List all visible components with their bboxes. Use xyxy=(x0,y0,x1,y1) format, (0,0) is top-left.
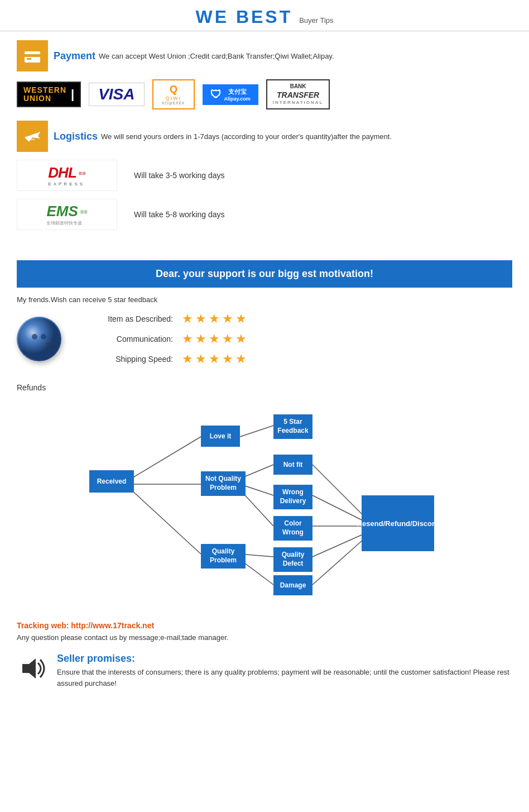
star: ★ xyxy=(182,352,193,366)
feedback-row-1: Item as Described: ★ ★ ★ ★ ★ xyxy=(84,312,247,326)
svg-rect-1 xyxy=(25,54,40,57)
node-resend: Resend/Refund/Discont xyxy=(362,495,434,551)
feedback-label-3: Shipping Speed: xyxy=(84,355,173,364)
payment-label: Payment xyxy=(54,50,95,62)
node-wrong-delivery: Wrong Delivery xyxy=(273,485,312,509)
feedback-rows: Item as Described: ★ ★ ★ ★ ★ Communicati… xyxy=(84,312,247,366)
tracking-section: Tracking web: http://www.17track.net Any… xyxy=(0,615,529,647)
visa-logo: VISA xyxy=(89,83,144,106)
payment-section: Payment We can accept West Union ;Credit… xyxy=(0,40,529,121)
svg-point-6 xyxy=(32,334,37,340)
star: ★ xyxy=(209,332,220,346)
feedback-row-3: Shipping Speed: ★ ★ ★ ★ ★ xyxy=(84,352,247,366)
svg-line-18 xyxy=(312,465,363,515)
alipay-logo: 🛡 支付宝 Alipay.com xyxy=(203,84,258,105)
refunds-diagram: Received Love it 5 Star Feedback Not Qua… xyxy=(17,392,512,604)
header-subtitle: Buyer Tips xyxy=(299,16,333,25)
feedback-section: My frends.Wish can receive 5 star feedba… xyxy=(0,295,529,378)
star: ★ xyxy=(235,352,247,366)
feedback-row-2: Communication: ★ ★ ★ ★ ★ xyxy=(84,332,247,346)
stars-3: ★ ★ ★ ★ ★ xyxy=(182,352,247,366)
star: ★ xyxy=(209,312,220,326)
logistics-text: We will send yours orders in 1-7days (ac… xyxy=(101,132,392,141)
node-quality-problem: Quality Problem xyxy=(201,544,246,569)
ems-days: Will take 5-8 working days xyxy=(134,210,225,219)
star: ★ xyxy=(195,332,206,346)
logistics-label: Logistics xyxy=(54,131,98,142)
tracking-note: Any question please contact us by messag… xyxy=(17,633,512,642)
dhl-days: Will take 3-5 working days xyxy=(134,171,225,180)
header-title: WE BEST xyxy=(195,7,292,27)
node-not-fit: Not fit xyxy=(273,455,312,475)
promises-title: Seller promises: xyxy=(57,653,512,665)
motivation-banner: Dear. your support is our bigg est motiv… xyxy=(17,260,512,288)
logistics-section: Logistics We will send yours orders in 1… xyxy=(0,121,529,249)
star: ★ xyxy=(235,332,247,346)
node-five-star: 5 Star Feedback xyxy=(273,414,312,439)
star: ★ xyxy=(209,352,220,366)
svg-point-7 xyxy=(41,334,46,340)
refunds-diagram-svg xyxy=(17,392,512,604)
node-quality-defect: Quality Defect xyxy=(273,547,312,572)
star: ★ xyxy=(222,352,233,366)
bank-transfer-logo: BANK TRANSFER INTERNATIONAL xyxy=(266,79,330,109)
svg-line-21 xyxy=(312,534,363,557)
star: ★ xyxy=(222,332,233,346)
promises-content: Seller promises: Ensure that the interes… xyxy=(57,653,512,689)
stars-2: ★ ★ ★ ★ ★ xyxy=(182,332,247,346)
star: ★ xyxy=(182,312,193,326)
western-union-logo: WESTERN UNION | xyxy=(17,82,81,108)
feedback-inner: " Item as Described: ★ ★ ★ ★ ★ Communica… xyxy=(17,312,512,366)
feedback-intro: My frends.Wish can receive 5 star feedba… xyxy=(17,295,512,304)
svg-rect-2 xyxy=(27,58,31,60)
svg-line-12 xyxy=(240,426,273,437)
star: ★ xyxy=(195,352,206,366)
star: ★ xyxy=(182,332,193,346)
payment-heading: Payment We can accept West Union ;Credit… xyxy=(17,40,512,71)
dhl-row: DHL ≡≡ EXPRESS Will take 3-5 working day… xyxy=(17,160,512,191)
star: ★ xyxy=(222,312,233,326)
dhl-logo: DHL ≡≡ EXPRESS xyxy=(17,160,117,191)
tracking-url[interactable]: http://www.17track.net xyxy=(71,621,154,630)
node-received: Received xyxy=(89,470,134,493)
payment-text: We can accept West Union ;Credit card;Ba… xyxy=(99,52,334,60)
promises-section: Seller promises: Ensure that the interes… xyxy=(0,647,529,700)
node-color-wrong: Color Wrong xyxy=(273,516,312,541)
refunds-section: Refunds xyxy=(0,378,529,615)
node-damage: Damage xyxy=(273,575,312,595)
svg-rect-4 xyxy=(29,138,35,140)
stars-1: ★ ★ ★ ★ ★ xyxy=(182,312,247,326)
svg-rect-24 xyxy=(22,664,29,673)
svg-point-5 xyxy=(18,318,60,360)
svg-text:": " xyxy=(46,341,50,351)
node-love-it: Love it xyxy=(201,426,240,447)
svg-marker-3 xyxy=(25,132,40,142)
tracking-link-line: Tracking web: http://www.17track.net xyxy=(17,621,512,630)
ems-row: EMS ≡≡ 全球邮政特快专递 Will take 5-8 working da… xyxy=(17,199,512,230)
feedback-label-2: Communication: xyxy=(84,335,173,343)
payment-logos: WESTERN UNION | VISA Q QIWI КОШЕЛЁК 🛡 支付… xyxy=(17,79,512,109)
svg-line-9 xyxy=(131,437,201,479)
qiwi-logo: Q QIWI КОШЕЛЁК xyxy=(152,79,195,109)
ems-logo: EMS ≡≡ 全球邮政特快专递 xyxy=(17,199,117,230)
feedback-label-1: Item as Described: xyxy=(84,314,173,323)
promises-text: Ensure that the interests of consumers; … xyxy=(57,667,512,689)
tracking-label: Tracking web: xyxy=(17,621,69,630)
star: ★ xyxy=(195,312,206,326)
logistics-heading: Logistics We will send yours orders in 1… xyxy=(17,121,512,152)
svg-line-11 xyxy=(131,490,201,554)
header: WE BEST Buyer Tips xyxy=(0,0,529,31)
logistics-icon xyxy=(17,121,48,152)
feedback-globe: " xyxy=(17,317,61,361)
node-not-quality: Not Quality Problem xyxy=(201,471,246,496)
star: ★ xyxy=(235,312,247,326)
svg-line-22 xyxy=(312,540,363,585)
speaker-icon xyxy=(17,653,48,684)
refunds-label: Refunds xyxy=(17,383,46,392)
payment-icon xyxy=(17,40,48,71)
